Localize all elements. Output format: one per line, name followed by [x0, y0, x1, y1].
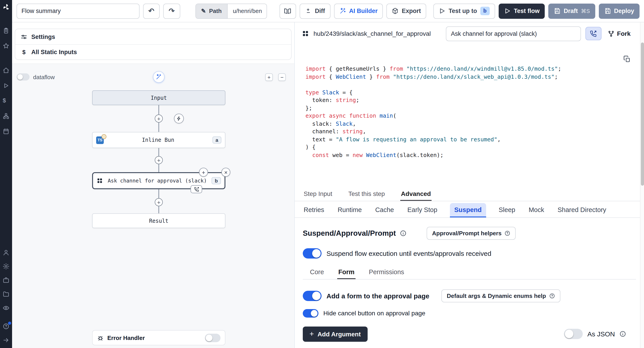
suspend-shortcut-button[interactable]: [585, 27, 601, 40]
tab-form[interactable]: Form: [338, 266, 356, 279]
suspend-indicator[interactable]: [190, 185, 202, 193]
draft-button[interactable]: Draft ⌘S: [548, 3, 595, 18]
node-badge: a: [212, 136, 222, 144]
form-toggle[interactable]: [303, 290, 322, 301]
error-handler-row[interactable]: Error Handler: [92, 330, 226, 345]
static-inputs-row[interactable]: $ All Static Inputs: [15, 44, 291, 60]
dataflow-toggle[interactable]: [16, 73, 30, 80]
zoom-in-button[interactable]: +: [265, 73, 273, 81]
node-inline-bun[interactable]: TS Inline Bun a: [92, 132, 226, 148]
node-insert-button[interactable]: +: [199, 168, 208, 177]
app: $ ↶: [0, 0, 644, 348]
wand-icon: [339, 8, 346, 14]
tab-shared-directory[interactable]: Shared Directory: [557, 203, 607, 217]
draft-shortcut: ⌘S: [581, 8, 590, 14]
trigger-button[interactable]: [174, 114, 184, 124]
add-argument-button[interactable]: + Add Argument: [303, 326, 368, 342]
bug-icon: [97, 334, 104, 341]
step-header: hub/2439/slack/ask_channel_for_approval …: [295, 22, 644, 45]
eye-icon[interactable]: [3, 304, 10, 311]
pencil-icon: ✎: [201, 8, 206, 14]
diff-icon: [305, 8, 312, 14]
copy-icon[interactable]: [624, 56, 630, 62]
sitemap-icon[interactable]: [3, 113, 10, 120]
hide-cancel-toggle[interactable]: [303, 309, 318, 317]
left-rail: $: [0, 0, 12, 348]
info-icon[interactable]: [620, 330, 626, 337]
zoom-out-button[interactable]: −: [278, 73, 286, 81]
windmill-logo-icon[interactable]: [2, 3, 10, 11]
approval-helpers-button[interactable]: Approval/Prompt helpers: [427, 226, 516, 240]
ai-flow-button[interactable]: [153, 71, 164, 83]
tab-step-input[interactable]: Step Input: [303, 187, 333, 200]
phone-incoming-icon: [194, 187, 199, 192]
deploy-button[interactable]: Deploy: [599, 3, 640, 18]
step-summary-input[interactable]: [446, 26, 581, 41]
test-up-to-button[interactable]: Test up to b: [433, 3, 495, 18]
calendar-icon[interactable]: [3, 128, 10, 135]
tab-early-stop[interactable]: Early Stop: [406, 203, 438, 217]
default-args-help-button[interactable]: Default args & Dynamic enums help: [442, 289, 560, 302]
briefcase-icon[interactable]: [3, 277, 10, 284]
flow-summary-input[interactable]: [16, 3, 139, 18]
hub-path: hub/2439/slack/ask_channel_for_approval: [314, 30, 431, 37]
as-json-toggle[interactable]: [564, 329, 583, 339]
undo-icon: ↶: [148, 8, 154, 14]
error-handler-toggle[interactable]: [205, 334, 220, 342]
bun-icon: [102, 134, 106, 139]
tab-retries[interactable]: Retries: [303, 203, 325, 217]
dataflow-label: dataflow: [33, 74, 55, 80]
hide-cancel-label: Hide cancel button on approval page: [323, 310, 425, 317]
tab-test-this-step[interactable]: Test this step: [348, 187, 386, 200]
fork-button[interactable]: Fork: [606, 30, 632, 37]
suspend-toggle[interactable]: [303, 248, 322, 258]
add-step-button[interactable]: +: [155, 114, 163, 122]
step-badge: b: [480, 7, 490, 15]
diff-button[interactable]: Diff: [300, 3, 330, 18]
export-label: Export: [402, 8, 421, 14]
add-step-button[interactable]: +: [155, 156, 163, 164]
book-button[interactable]: [279, 3, 296, 18]
tab-permissions[interactable]: Permissions: [368, 266, 405, 279]
export-button[interactable]: Export: [386, 3, 426, 18]
flow-graph: dataflow + − Input: [12, 64, 294, 348]
clipboard-icon[interactable]: [3, 27, 10, 34]
play-icon[interactable]: [3, 82, 10, 89]
test-flow-button[interactable]: Test flow: [499, 3, 545, 18]
path-edit-control[interactable]: ✎ Path u/henri/ben: [195, 3, 267, 18]
help-circle-icon: [549, 293, 555, 298]
tab-core[interactable]: Core: [309, 266, 325, 279]
gear-icon[interactable]: [3, 263, 10, 270]
typescript-icon: TS: [96, 136, 104, 144]
redo-button[interactable]: ↷: [163, 3, 180, 18]
package-icon: [392, 8, 399, 14]
scrollbar-thumb[interactable]: [641, 42, 644, 186]
tab-cache[interactable]: Cache: [374, 203, 395, 217]
bolt-icon: [176, 116, 182, 121]
help-icon[interactable]: [3, 323, 10, 330]
settings-row[interactable]: Settings: [15, 29, 291, 44]
tab-suspend[interactable]: Suspend: [450, 203, 486, 217]
code-editor[interactable]: import { getResumeUrls } from "https://d…: [295, 45, 644, 187]
undo-button[interactable]: ↶: [143, 3, 160, 18]
node-badge: b: [212, 177, 221, 184]
node-input[interactable]: Input: [92, 90, 226, 105]
ai-builder-button[interactable]: AI Builder: [334, 3, 383, 18]
user-icon[interactable]: [3, 249, 10, 256]
suspend-title: Suspend/Approval/Prompt: [303, 229, 396, 237]
suspend-section: Suspend/Approval/Prompt Approval/Prompt …: [295, 218, 644, 348]
topbar: ↶ ↷ ✎ Path u/henri/ben Diff: [12, 0, 644, 22]
tab-mock[interactable]: Mock: [528, 203, 545, 217]
tab-advanced[interactable]: Advanced: [400, 187, 432, 200]
tab-sleep[interactable]: Sleep: [498, 203, 516, 217]
folder-icon[interactable]: [3, 291, 10, 298]
node-result[interactable]: Result: [92, 213, 226, 228]
add-step-button[interactable]: +: [155, 198, 163, 206]
star-icon[interactable]: [3, 42, 10, 49]
node-remove-button[interactable]: ×: [222, 168, 230, 177]
tab-runtime[interactable]: Runtime: [337, 203, 363, 217]
home-icon[interactable]: [3, 67, 10, 74]
dollar-icon[interactable]: $: [3, 98, 10, 104]
info-icon[interactable]: [400, 230, 406, 236]
expand-arrow-icon[interactable]: [3, 337, 10, 344]
